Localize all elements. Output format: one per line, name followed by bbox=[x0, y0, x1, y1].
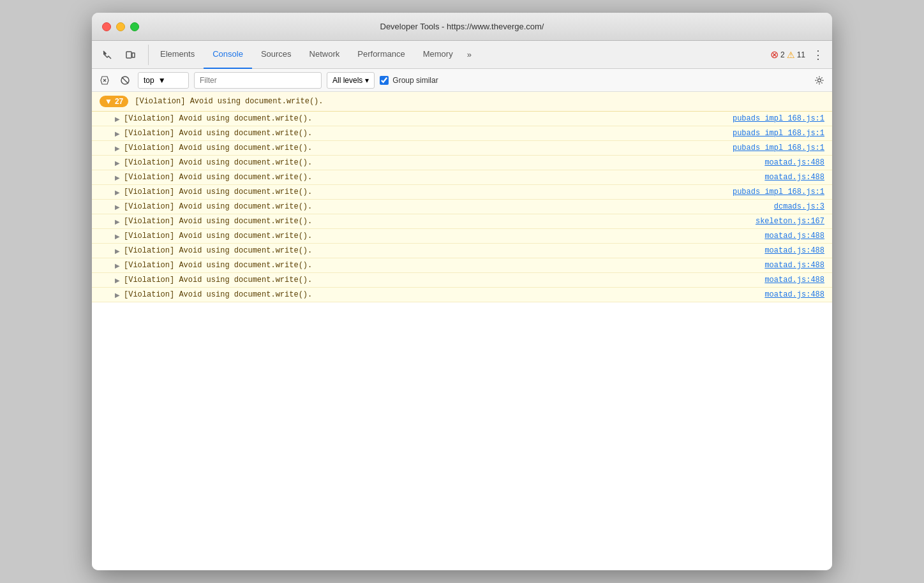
console-toolbar: top ▼ All levels ▾ Group similar bbox=[92, 69, 832, 92]
console-row[interactable]: ▶ [Violation] Avoid using document.write… bbox=[92, 112, 832, 126]
error-icon: ⊗ bbox=[770, 48, 779, 61]
context-selector[interactable]: top ▼ bbox=[138, 72, 189, 89]
row-message: [Violation] Avoid using document.write()… bbox=[124, 232, 764, 240]
expand-arrow-icon[interactable]: ▶ bbox=[115, 218, 120, 225]
console-row[interactable]: ▶ [Violation] Avoid using document.write… bbox=[92, 258, 832, 273]
expand-arrow-icon[interactable]: ▶ bbox=[115, 145, 120, 152]
maximize-button[interactable] bbox=[130, 22, 139, 31]
row-message: [Violation] Avoid using document.write()… bbox=[124, 173, 764, 182]
tab-sources[interactable]: Sources bbox=[252, 41, 301, 69]
console-content: ▼ 27 [Violation] Avoid using document.wr… bbox=[92, 92, 832, 570]
row-message: [Violation] Avoid using document.write()… bbox=[124, 144, 733, 152]
svg-rect-1 bbox=[132, 53, 135, 57]
context-value: top bbox=[144, 76, 154, 85]
row-message: [Violation] Avoid using document.write()… bbox=[124, 114, 733, 123]
minimize-button[interactable] bbox=[116, 22, 125, 31]
violation-group: ▼ 27 [Violation] Avoid using document.wr… bbox=[92, 92, 832, 112]
window-title: Developer Tools - https://www.theverge.c… bbox=[380, 22, 544, 31]
level-arrow: ▾ bbox=[365, 76, 369, 85]
devtools-window: Developer Tools - https://www.theverge.c… bbox=[92, 13, 832, 570]
tab-console[interactable]: Console bbox=[204, 41, 252, 69]
group-similar-checkbox[interactable] bbox=[380, 76, 389, 85]
tab-network[interactable]: Network bbox=[301, 41, 349, 69]
tab-performance[interactable]: Performance bbox=[348, 41, 414, 69]
filter-input[interactable] bbox=[194, 72, 322, 89]
clear-console-button[interactable] bbox=[97, 73, 112, 88]
row-message: [Violation] Avoid using document.write()… bbox=[124, 290, 764, 299]
source-link[interactable]: pubads_impl_168.js:1 bbox=[733, 114, 824, 123]
svg-line-6 bbox=[122, 77, 128, 84]
tab-memory[interactable]: Memory bbox=[414, 41, 462, 69]
console-row[interactable]: ▶ [Violation] Avoid using document.write… bbox=[92, 126, 832, 141]
console-row[interactable]: ▶ [Violation] Avoid using document.write… bbox=[92, 229, 832, 244]
tab-elements[interactable]: Elements bbox=[151, 41, 204, 69]
row-message: [Violation] Avoid using document.write()… bbox=[124, 158, 764, 167]
device-toolbar-button[interactable] bbox=[120, 45, 140, 65]
expand-arrow-icon[interactable]: ▶ bbox=[115, 189, 120, 196]
source-link[interactable]: dcmads.js:3 bbox=[774, 202, 824, 211]
block-requests-button[interactable] bbox=[117, 73, 133, 88]
badge-arrow: ▼ bbox=[105, 97, 112, 106]
source-link[interactable]: moatad.js:488 bbox=[764, 173, 824, 182]
tab-overflow-button[interactable]: » bbox=[462, 41, 477, 69]
expand-arrow-icon[interactable]: ▶ bbox=[115, 130, 120, 137]
tab-list: Elements Console Sources Network Perform… bbox=[151, 41, 770, 69]
expand-arrow-icon[interactable]: ▶ bbox=[115, 247, 120, 255]
row-message: [Violation] Avoid using document.write()… bbox=[124, 188, 733, 196]
expand-arrow-icon[interactable]: ▶ bbox=[115, 174, 120, 181]
expand-arrow-icon[interactable]: ▶ bbox=[115, 203, 120, 210]
expand-arrow-icon[interactable]: ▶ bbox=[115, 233, 120, 240]
source-link[interactable]: skeleton.js:167 bbox=[756, 217, 824, 226]
violation-group-header[interactable]: ▼ 27 [Violation] Avoid using document.wr… bbox=[92, 92, 832, 111]
warning-count: 11 bbox=[797, 50, 805, 59]
context-arrow: ▼ bbox=[158, 76, 166, 85]
expand-arrow-icon[interactable]: ▶ bbox=[115, 159, 120, 166]
log-level-selector[interactable]: All levels ▾ bbox=[327, 72, 375, 89]
expand-arrow-icon[interactable]: ▶ bbox=[115, 262, 120, 269]
row-message: [Violation] Avoid using document.write()… bbox=[124, 202, 774, 211]
row-message: [Violation] Avoid using document.write()… bbox=[124, 276, 764, 284]
close-button[interactable] bbox=[102, 22, 111, 31]
console-row[interactable]: ▶ [Violation] Avoid using document.write… bbox=[92, 156, 832, 170]
warning-icon: ⚠ bbox=[787, 50, 795, 60]
toolbar-right: ⊗ 2 ⚠ 11 ⋮ bbox=[770, 46, 827, 64]
source-link[interactable]: pubads_impl_168.js:1 bbox=[733, 129, 824, 138]
expand-arrow-icon[interactable]: ▶ bbox=[115, 115, 120, 122]
expand-arrow-icon[interactable]: ▶ bbox=[115, 292, 120, 299]
row-message: [Violation] Avoid using document.write()… bbox=[124, 129, 733, 138]
toolbar-icons bbox=[97, 45, 149, 65]
svg-rect-0 bbox=[126, 52, 131, 58]
window-controls bbox=[102, 22, 139, 31]
badge-number: 27 bbox=[115, 97, 123, 106]
source-link[interactable]: moatad.js:488 bbox=[764, 246, 824, 255]
titlebar: Developer Tools - https://www.theverge.c… bbox=[92, 13, 832, 41]
source-link[interactable]: moatad.js:488 bbox=[764, 290, 824, 299]
row-message: [Violation] Avoid using document.write()… bbox=[124, 246, 764, 255]
inspect-element-button[interactable] bbox=[97, 45, 117, 65]
console-row[interactable]: ▶ [Violation] Avoid using document.write… bbox=[92, 200, 832, 214]
console-settings-button[interactable] bbox=[812, 73, 827, 88]
console-row[interactable]: ▶ [Violation] Avoid using document.write… bbox=[92, 214, 832, 229]
error-count: 2 bbox=[780, 50, 785, 59]
source-link[interactable]: moatad.js:488 bbox=[764, 276, 824, 284]
source-link[interactable]: pubads_impl_168.js:1 bbox=[733, 188, 824, 196]
console-row[interactable]: ▶ [Violation] Avoid using document.write… bbox=[92, 185, 832, 200]
console-row[interactable]: ▶ [Violation] Avoid using document.write… bbox=[92, 244, 832, 258]
console-row[interactable]: ▶ [Violation] Avoid using document.write… bbox=[92, 288, 832, 302]
console-row[interactable]: ▶ [Violation] Avoid using document.write… bbox=[92, 170, 832, 185]
violation-header-message: [Violation] Avoid using document.write()… bbox=[135, 97, 323, 106]
more-options-button[interactable]: ⋮ bbox=[809, 46, 827, 64]
svg-point-7 bbox=[818, 78, 821, 82]
group-similar-container: Group similar bbox=[380, 76, 438, 85]
level-label: All levels bbox=[332, 76, 362, 85]
console-row[interactable]: ▶ [Violation] Avoid using document.write… bbox=[92, 141, 832, 156]
row-message: [Violation] Avoid using document.write()… bbox=[124, 217, 756, 226]
source-link[interactable]: moatad.js:488 bbox=[764, 158, 824, 167]
source-link[interactable]: pubads_impl_168.js:1 bbox=[733, 144, 824, 152]
group-similar-label: Group similar bbox=[392, 76, 438, 85]
source-link[interactable]: moatad.js:488 bbox=[764, 232, 824, 240]
expand-arrow-icon[interactable]: ▶ bbox=[115, 277, 120, 284]
source-link[interactable]: moatad.js:488 bbox=[764, 261, 824, 270]
console-row[interactable]: ▶ [Violation] Avoid using document.write… bbox=[92, 273, 832, 288]
tab-bar: Elements Console Sources Network Perform… bbox=[92, 41, 832, 69]
